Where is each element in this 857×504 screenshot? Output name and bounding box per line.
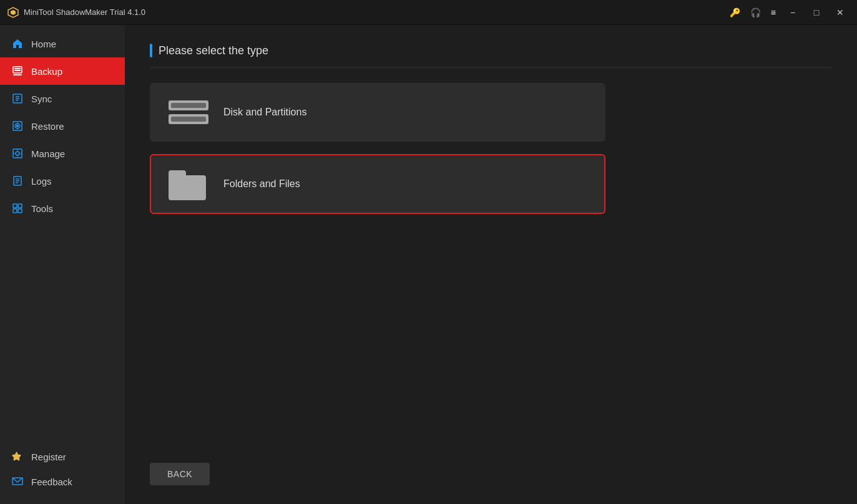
sidebar-item-register-label: Register	[31, 452, 66, 462]
sidebar-item-register[interactable]: Register	[0, 444, 125, 469]
sync-icon	[11, 92, 24, 105]
headphone-icon[interactable]: 🎧	[748, 5, 763, 20]
manage-icon	[11, 147, 24, 160]
sidebar-item-logs-label: Logs	[31, 176, 52, 187]
svg-rect-1	[14, 68, 21, 69]
register-icon	[11, 450, 24, 463]
sidebar-item-feedback-label: Feedback	[31, 477, 72, 487]
logs-icon	[11, 175, 24, 187]
sidebar-item-restore-label: Restore	[31, 121, 64, 132]
back-button-container: BACK	[150, 450, 832, 485]
app-body: Home Backup Sy	[0, 25, 857, 504]
sidebar-item-tools[interactable]: Tools	[0, 195, 125, 222]
sidebar-item-tools-label: Tools	[31, 203, 53, 214]
svg-point-12	[16, 152, 19, 155]
key-icon[interactable]: 🔑	[727, 5, 743, 20]
sidebar-item-home-label: Home	[31, 39, 56, 49]
sidebar-item-logs[interactable]: Logs	[0, 167, 125, 195]
svg-point-10	[17, 125, 19, 127]
feedback-icon	[11, 475, 24, 488]
tools-icon	[11, 202, 24, 215]
svg-rect-24	[18, 209, 22, 213]
section-title-text: Please select the type	[159, 44, 268, 57]
type-card-folders[interactable]: Folders and Files	[150, 154, 605, 214]
sidebar-item-backup[interactable]: Backup	[0, 57, 125, 85]
svg-rect-3	[13, 74, 22, 75]
sidebar-bottom: Register Feedback	[0, 444, 125, 504]
svg-rect-22	[18, 204, 22, 208]
sidebar: Home Backup Sy	[0, 25, 125, 504]
svg-rect-23	[13, 209, 17, 213]
sidebar-item-home[interactable]: Home	[0, 30, 125, 57]
main-content: Please select the type Disk and Partitio…	[125, 25, 857, 504]
sidebar-item-sync[interactable]: Sync	[0, 85, 125, 112]
minimize-button[interactable]: −	[783, 3, 802, 22]
disk-icon	[169, 97, 208, 128]
sidebar-item-manage-label: Manage	[31, 148, 65, 159]
maximize-button[interactable]: □	[807, 3, 826, 22]
type-card-disk-label: Disk and Partitions	[223, 107, 306, 118]
sidebar-item-feedback[interactable]: Feedback	[0, 469, 125, 494]
sidebar-item-manage[interactable]: Manage	[0, 140, 125, 167]
app-logo-icon	[7, 7, 19, 18]
home-icon	[11, 37, 24, 50]
title-bar: MiniTool ShadowMaker Trial 4.1.0 🔑 🎧 ≡ −…	[0, 0, 857, 25]
back-button[interactable]: BACK	[150, 463, 210, 485]
close-button[interactable]: ✕	[831, 3, 850, 22]
folder-icon	[169, 168, 208, 200]
svg-rect-11	[13, 149, 22, 158]
section-title: Please select the type	[150, 44, 832, 68]
backup-icon	[11, 65, 24, 77]
sidebar-item-restore[interactable]: Restore	[0, 112, 125, 140]
type-card-disk[interactable]: Disk and Partitions	[150, 83, 605, 142]
type-card-folders-label: Folders and Files	[223, 178, 300, 190]
section-title-accent	[150, 44, 152, 57]
window-controls: 🔑 🎧 ≡ − □ ✕	[727, 3, 850, 22]
svg-rect-2	[14, 70, 21, 71]
menu-icon[interactable]: ≡	[768, 5, 778, 20]
sidebar-item-sync-label: Sync	[31, 94, 52, 104]
sidebar-item-backup-label: Backup	[31, 66, 62, 77]
restore-icon	[11, 120, 24, 132]
app-title: MiniTool ShadowMaker Trial 4.1.0	[24, 7, 727, 17]
svg-rect-21	[13, 204, 17, 208]
